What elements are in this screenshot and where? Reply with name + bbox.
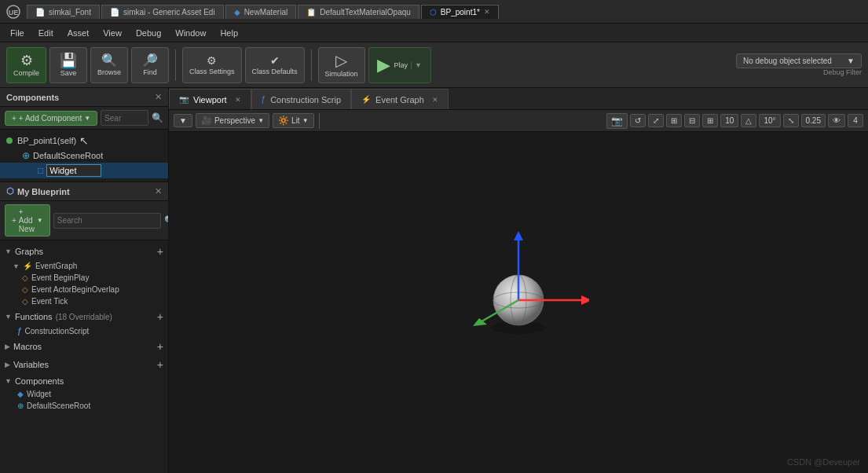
bp-section-graphs-left: ▼ Graphs: [5, 247, 43, 256]
bp-section-functions-header[interactable]: ▼ Functions (18 Overridable) +: [0, 308, 168, 325]
tab-generic-asset[interactable]: 📄 simkai - Generic Asset Edi: [101, 5, 224, 19]
event-graph-tab-icon: ⚡: [361, 95, 371, 104]
tab-icon: 📋: [306, 8, 316, 16]
vp-tool-3[interactable]: ⊞: [666, 114, 682, 127]
event-begin-play-icon: ◇: [22, 273, 28, 282]
viewport-type-dropdown[interactable]: ▼: [174, 114, 192, 127]
components-search-input[interactable]: [101, 110, 148, 126]
blueprint-toolbar: + + Add New ▼ 🔍 ▼: [0, 201, 168, 240]
tab-default-text[interactable]: 📋 DefaultTextMaterialOpaqu: [298, 5, 419, 19]
vp-tool-1[interactable]: ↺: [630, 114, 646, 127]
vp-separator-1: [319, 113, 320, 129]
vp-tool-fov-val[interactable]: 4: [848, 114, 863, 127]
bp-section-macros: ▶ Macros +: [0, 338, 168, 355]
add-new-button[interactable]: + + Add New ▼: [5, 204, 50, 236]
tab-event-graph[interactable]: ⚡ Event Graph ✕: [351, 89, 449, 109]
blueprint-search-input[interactable]: [53, 213, 161, 229]
vp-tool-scale-val[interactable]: 0.25: [801, 114, 826, 127]
debug-object-dropdown[interactable]: No debug object selected ▼: [736, 53, 862, 68]
components-close-icon[interactable]: ✕: [155, 92, 162, 102]
simulation-button[interactable]: ▷ Simulation: [318, 47, 365, 83]
vp-tool-scale-icon[interactable]: ⤡: [783, 114, 799, 127]
tab-construction-script[interactable]: ƒ Construction Scrip: [251, 89, 351, 109]
perspective-dropdown[interactable]: 🎥 Perspective ▼: [196, 113, 269, 128]
macros-add-icon[interactable]: +: [157, 340, 163, 353]
viewport-tab-close-icon[interactable]: ✕: [235, 96, 241, 104]
tree-item-widget[interactable]: □: [0, 163, 168, 178]
viewport-toolbar: ▼ 🎥 Perspective ▼ 🔆 Lit ▼ 📷 ↺ ⤢ ⊞ ⊟ ⊞ 10: [169, 110, 868, 132]
event-graph-tab-close-icon[interactable]: ✕: [432, 96, 438, 104]
components-search-icon[interactable]: 🔍: [152, 112, 163, 123]
tab-close-icon[interactable]: ✕: [484, 8, 490, 16]
blueprint-tree: ▼ Graphs + ▼ ⚡ EventGraph ◇ Event BeginP…: [0, 240, 168, 473]
menu-help[interactable]: Help: [214, 27, 244, 39]
menu-window[interactable]: Window: [169, 27, 212, 39]
my-blueprint-header: ⬡ My Blueprint ✕: [0, 182, 168, 201]
tree-item-default-scene-root[interactable]: ⊕ DefaultSceneRoot: [0, 148, 168, 163]
macros-chevron-icon: ▶: [5, 343, 10, 350]
debug-section: No debug object selected ▼ Debug Filter: [736, 53, 862, 76]
lit-icon: 🔆: [278, 116, 289, 126]
class-defaults-icon: ✔: [270, 55, 280, 66]
bp-section-graphs-header[interactable]: ▼ Graphs +: [0, 243, 168, 260]
bp-item-event-actor-begin-overlap[interactable]: ◇ Event ActorBeginOverlap: [0, 284, 168, 295]
menu-view[interactable]: View: [97, 27, 128, 39]
tabs-bar: 📄 simkai_Font 📄 simkai - Generic Asset E…: [27, 5, 862, 19]
construction-tab-icon: ƒ: [262, 95, 266, 104]
browse-button[interactable]: 🔍 Browse: [90, 47, 128, 83]
event-actor-icon: ◇: [22, 285, 28, 294]
bp-item-event-tick[interactable]: ◇ Event Tick: [0, 295, 168, 307]
menu-file[interactable]: File: [4, 27, 31, 39]
tab-new-material[interactable]: ◆ NewMaterial: [225, 5, 297, 19]
tree-item-bp-point1[interactable]: BP_point1(self) ↖: [0, 133, 168, 148]
bp-item-event-begin-play[interactable]: ◇ Event BeginPlay: [0, 272, 168, 284]
construction-script-icon: ƒ: [17, 327, 22, 336]
bp-item-construction-script[interactable]: ƒ ConstructionScript: [0, 325, 168, 337]
vp-tool-4[interactable]: ⊟: [684, 114, 700, 127]
graphs-add-icon[interactable]: +: [157, 245, 163, 258]
vp-tool-grid-num[interactable]: 10: [720, 114, 738, 127]
variables-add-icon[interactable]: +: [157, 358, 163, 371]
bp-section-macros-header[interactable]: ▶ Macros +: [0, 338, 168, 355]
bp-item-event-graph[interactable]: ▼ ⚡ EventGraph: [0, 260, 168, 272]
play-dropdown-icon[interactable]: ▼: [411, 61, 422, 69]
vp-tool-5[interactable]: ⊞: [702, 114, 718, 127]
widget-name-input[interactable]: [46, 164, 101, 177]
title-bar: UE 📄 simkai_Font 📄 simkai - Generic Asse…: [0, 0, 868, 24]
variables-chevron-icon: ▶: [5, 361, 10, 368]
vp-tool-angle-val[interactable]: 10°: [759, 114, 780, 127]
find-button[interactable]: 🔎 Find: [131, 47, 169, 83]
class-settings-button[interactable]: ⚙ Class Settings: [182, 47, 242, 83]
menu-asset[interactable]: Asset: [61, 27, 96, 39]
tab-simkai-font[interactable]: 📄 simkai_Font: [27, 5, 100, 19]
bp-section-components: ▼ Components ◆ Widget ⊕ DefaultSceneRoot: [0, 374, 168, 412]
menu-bar: File Edit Asset View Debug Window Help: [0, 24, 868, 42]
save-button[interactable]: 💾 Save: [49, 47, 87, 83]
find-icon: 🔎: [142, 54, 158, 67]
tree-item-label: BP_point1(self): [17, 136, 76, 145]
compile-button[interactable]: ⚙ Compile: [6, 47, 46, 83]
svg-marker-25: [581, 295, 589, 305]
vp-tool-camera[interactable]: 📷: [606, 113, 628, 129]
tab-viewport[interactable]: 📷 Viewport ✕: [169, 89, 251, 109]
dropdown-arrow-icon: ▼: [847, 57, 855, 65]
menu-debug[interactable]: Debug: [130, 27, 167, 39]
bp-section-variables-header[interactable]: ▶ Variables +: [0, 356, 168, 373]
functions-add-icon[interactable]: +: [157, 310, 163, 323]
event-graph-icon: ⚡: [23, 262, 32, 270]
tab-icon: 📄: [35, 8, 45, 16]
vp-tool-angle[interactable]: △: [741, 114, 756, 127]
menu-edit[interactable]: Edit: [32, 27, 60, 39]
tab-icon-active: ⬡: [430, 8, 437, 16]
bp-section-components-bp-header[interactable]: ▼ Components: [0, 374, 168, 388]
bp-item-widget-var[interactable]: ◆ Widget: [0, 388, 168, 400]
lit-dropdown[interactable]: 🔆 Lit ▼: [273, 113, 313, 128]
play-button[interactable]: ▶ Play ▼: [368, 47, 431, 83]
class-defaults-button[interactable]: ✔ Class Defaults: [245, 47, 305, 83]
tab-bp-point[interactable]: ⬡ BP_point1* ✕: [421, 5, 499, 19]
add-component-button[interactable]: + + Add Component ▼: [5, 111, 97, 126]
vp-tool-2[interactable]: ⤢: [648, 114, 664, 127]
bp-item-default-scene-root-var[interactable]: ⊕ DefaultSceneRoot: [0, 400, 168, 412]
vp-tool-fov[interactable]: 👁: [828, 114, 845, 127]
my-blueprint-close-icon[interactable]: ✕: [155, 186, 162, 196]
